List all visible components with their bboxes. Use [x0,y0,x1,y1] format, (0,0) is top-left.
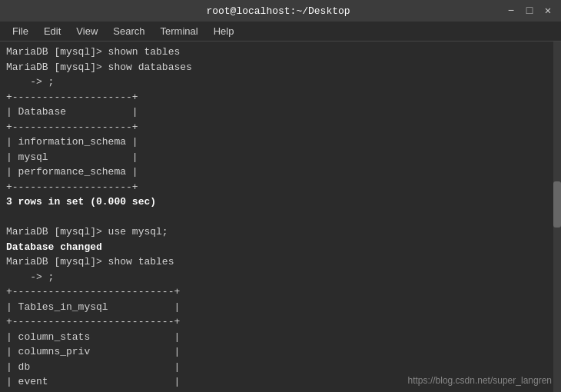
menu-view[interactable]: View [70,24,104,38]
title-bar: root@localhost:~/Desktop − □ ✕ [0,0,561,22]
menu-file[interactable]: File [6,24,35,38]
close-button[interactable]: ✕ [541,5,555,16]
scrollbar[interactable] [553,42,561,392]
menu-bar: File Edit View Search Terminal Help [0,22,561,42]
menu-help[interactable]: Help [207,24,241,38]
maximize-button[interactable]: □ [523,5,536,16]
menu-terminal[interactable]: Terminal [154,24,204,38]
terminal-area[interactable]: MariaDB [mysql]> shown tables MariaDB [m… [0,42,561,392]
menu-edit[interactable]: Edit [38,24,67,38]
window-title: root@localhost:~/Desktop [52,5,504,17]
window-controls: − □ ✕ [504,5,555,16]
menu-search[interactable]: Search [107,24,151,38]
terminal-output: MariaDB [mysql]> shown tables MariaDB [m… [6,45,555,392]
watermark: https://blog.csdn.net/super_langren [408,375,552,386]
scrollbar-thumb[interactable] [553,181,561,228]
minimize-button[interactable]: − [504,5,518,16]
